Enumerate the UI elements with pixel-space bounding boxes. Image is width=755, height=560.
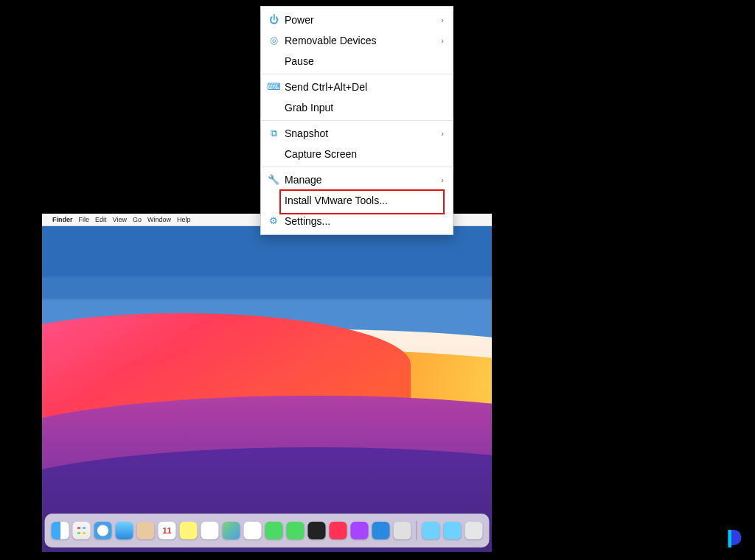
dock-app-notes[interactable] — [180, 522, 198, 539]
blank-icon: • — [267, 99, 280, 116]
dock-app-contacts[interactable] — [137, 522, 155, 539]
menu-item-label: Settings... — [285, 213, 444, 229]
menu-separator — [261, 167, 453, 167]
menu-item-label: Pause — [285, 53, 444, 69]
keys-icon: ⌨ — [267, 79, 280, 95]
dock-app-settings[interactable] — [394, 522, 411, 539]
dock-app-maps[interactable] — [223, 522, 240, 539]
dock-app-safari[interactable] — [94, 522, 112, 539]
menu-item-settings[interactable]: ⚙Settings... — [261, 211, 453, 231]
brand-logo — [723, 528, 745, 550]
menubar-item-window[interactable]: Window — [147, 216, 171, 223]
dock-app-reminders[interactable] — [201, 522, 219, 539]
menu-item-snapshot[interactable]: ⧉Snapshot› — [261, 123, 453, 144]
dock-app-facetime[interactable] — [287, 522, 305, 539]
menu-item-grab-input[interactable]: •Grab Input — [261, 97, 453, 118]
menubar-app-name[interactable]: Finder — [52, 216, 73, 223]
chevron-right-icon: › — [441, 172, 444, 188]
menu-item-removable-devices[interactable]: ◎Removable Devices› — [261, 30, 453, 51]
vm-context-menu: ⏻Power›◎Removable Devices›•Pause⌨Send Ct… — [260, 6, 453, 235]
snapshot-icon: ⧉ — [267, 125, 280, 141]
menubar-item-help[interactable]: Help — [177, 216, 191, 223]
disc-icon: ◎ — [267, 32, 280, 49]
wrench-icon: 🔧 — [267, 172, 280, 188]
vm-guest-window: Finder File Edit View Go Window Help 11 — [42, 214, 492, 551]
dock-app-photos[interactable] — [244, 522, 262, 539]
dock-app-launchpad[interactable] — [73, 522, 91, 539]
chevron-right-icon: › — [441, 12, 444, 28]
menu-item-label: Manage — [285, 172, 441, 188]
blank-icon: • — [267, 53, 280, 69]
menubar-item-view[interactable]: View — [113, 216, 127, 223]
menubar-item-file[interactable]: File — [79, 216, 90, 223]
menu-item-label: Removable Devices — [285, 32, 441, 49]
dock-separator — [417, 521, 417, 540]
dock-app-messages[interactable] — [265, 522, 283, 539]
chevron-right-icon: › — [441, 32, 444, 49]
dock-app-finder[interactable] — [52, 522, 69, 539]
menu-item-capture-screen[interactable]: •Capture Screen — [261, 144, 453, 164]
settings-icon: ⚙ — [267, 213, 280, 229]
menu-item-install-vmware-tools[interactable]: •Install VMware Tools... — [261, 190, 453, 211]
mac-desktop[interactable]: 11 — [42, 226, 492, 552]
dock-app-music[interactable] — [330, 522, 347, 539]
dock-app-trash[interactable] — [465, 522, 483, 539]
dock-app-podcasts[interactable] — [351, 522, 369, 539]
mac-dock: 11 — [45, 514, 490, 547]
menu-item-label: Snapshot — [285, 125, 441, 141]
menu-item-label: Install VMware Tools... — [285, 192, 444, 209]
menubar-item-go[interactable]: Go — [133, 216, 142, 223]
dock-app-mail[interactable] — [116, 522, 133, 539]
menu-item-pause[interactable]: •Pause — [261, 51, 453, 71]
dock-app-docs[interactable] — [444, 522, 462, 539]
menu-item-label: Power — [285, 12, 441, 28]
menubar-item-edit[interactable]: Edit — [95, 216, 107, 223]
menu-separator — [261, 120, 453, 121]
chevron-right-icon: › — [441, 125, 444, 141]
svg-rect-0 — [728, 530, 732, 547]
menu-item-manage[interactable]: 🔧Manage› — [261, 169, 453, 190]
menu-item-label: Send Ctrl+Alt+Del — [285, 79, 444, 95]
blank-icon: • — [267, 192, 280, 209]
dock-app-tv[interactable] — [308, 522, 326, 539]
dock-app-download[interactable] — [422, 522, 440, 539]
dock-app-calendar[interactable]: 11 — [159, 522, 176, 539]
menu-item-send-ctrl-alt-del[interactable]: ⌨Send Ctrl+Alt+Del — [261, 77, 453, 97]
dock-app-appstore[interactable] — [372, 522, 390, 539]
menu-item-label: Capture Screen — [285, 146, 444, 162]
power-icon: ⏻ — [267, 12, 280, 28]
menu-item-power[interactable]: ⏻Power› — [261, 10, 453, 30]
menu-separator — [261, 74, 453, 74]
menu-item-label: Grab Input — [285, 99, 444, 116]
blank-icon: • — [267, 146, 280, 162]
